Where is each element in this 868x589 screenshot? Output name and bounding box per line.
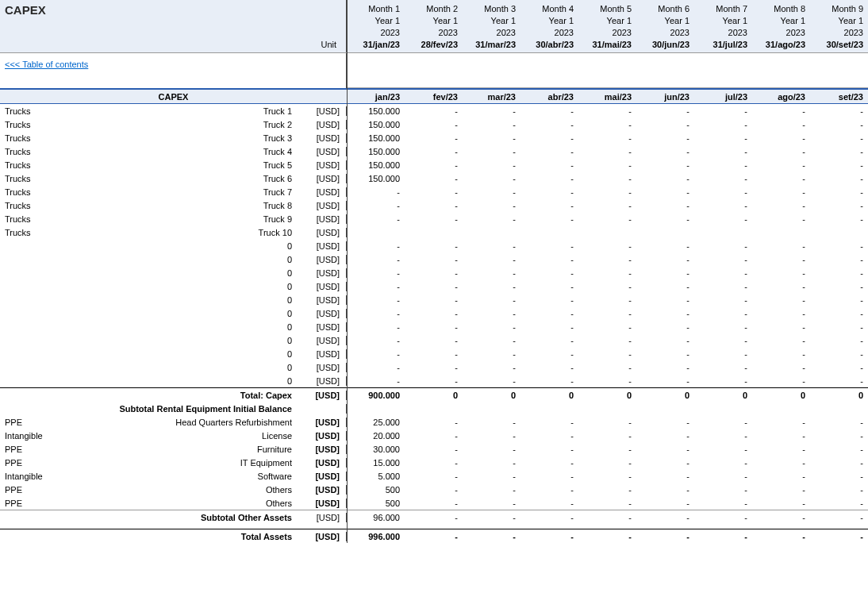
table-row: TrucksTruck 6[USD]150.000-------- xyxy=(0,171,868,185)
month-header: jan/23 xyxy=(347,92,405,102)
table-row: PPEHead Quarters Refurbishment[USD]25.00… xyxy=(0,415,868,429)
table-row: 0[USD]--------- xyxy=(0,333,868,347)
table-row: PPEFurniture[USD]30.000-------- xyxy=(0,442,868,456)
header-col: Month 7Year 1202331/jul/23 xyxy=(694,0,752,52)
month-header: mar/23 xyxy=(463,92,520,102)
row-total-capex: Total: Capex [USD] 900.00000000000 xyxy=(0,387,868,402)
header-col: Month 1Year 1202331/jan/23 xyxy=(347,0,405,52)
table-row: TrucksTruck 9[USD]--------- xyxy=(0,212,868,225)
table-row: PPEOthers[USD]500-------- xyxy=(0,496,868,510)
header-col: Month 5Year 1202331/mai/23 xyxy=(578,0,636,52)
month-header: fev/23 xyxy=(405,92,463,102)
table-row: TrucksTruck 10[USD] xyxy=(0,225,868,239)
row-subtotal-other: Subtotal Other Assets [USD] 96.000------… xyxy=(0,510,868,524)
table-row: TrucksTruck 3[USD]150.000-------- xyxy=(0,131,868,144)
table-row: IntangibleLicense[USD]20.000-------- xyxy=(0,429,868,442)
table-row: TrucksTruck 2[USD]150.000-------- xyxy=(0,117,868,131)
header-col: Month 8Year 1202331/ago/23 xyxy=(752,0,810,52)
header-col: Month 6Year 1202330/jun/23 xyxy=(636,0,694,52)
table-row: 0[USD]--------- xyxy=(0,239,868,252)
table-row: TrucksTruck 1[USD]150.000-------- xyxy=(0,104,868,117)
vertical-divider xyxy=(347,0,348,543)
row-total-assets: Total Assets [USD] 996.000-------- xyxy=(0,529,868,543)
header-col: Month 2Year 1202328/fev/23 xyxy=(405,0,463,52)
header-col: Month 9Year 1202330/set/23 xyxy=(810,0,868,52)
table-row: 0[USD]--------- xyxy=(0,279,868,293)
section-header-capex: CAPEX jan/23fev/23mar/23abr/23mai/23jun/… xyxy=(0,88,868,104)
month-header: jun/23 xyxy=(636,92,694,102)
toc-link[interactable]: <<< Table of contents xyxy=(5,60,88,69)
table-row: 0[USD]--------- xyxy=(0,293,868,306)
table-row: TrucksTruck 8[USD]--------- xyxy=(0,198,868,212)
table-row: TrucksTruck 4[USD]150.000-------- xyxy=(0,144,868,158)
month-header: ago/23 xyxy=(752,92,810,102)
table-row: PPEOthers[USD]500-------- xyxy=(0,483,868,496)
table-row: PPEIT Equipment[USD]15.000-------- xyxy=(0,456,868,469)
page-title: CAPEX xyxy=(5,3,341,17)
header-block: CAPEX Unit Month 1Year 1202331/jan/23Mon… xyxy=(0,0,868,53)
row-subtotal-rental: Subtotal Rental Equipment Initial Balanc… xyxy=(0,402,868,415)
table-row: 0[USD]--------- xyxy=(0,320,868,333)
table-row: 0[USD]--------- xyxy=(0,374,868,387)
table-row: 0[USD]--------- xyxy=(0,252,868,266)
table-row: TrucksTruck 7[USD]--------- xyxy=(0,185,868,198)
month-header: set/23 xyxy=(810,92,868,102)
header-col: Month 4Year 1202330/abr/23 xyxy=(520,0,578,52)
table-row: 0[USD]--------- xyxy=(0,360,868,374)
table-row: IntangibleSoftware[USD]5.000-------- xyxy=(0,469,868,483)
table-row: TrucksTruck 5[USD]150.000-------- xyxy=(0,158,868,171)
unit-label: Unit xyxy=(5,40,341,51)
table-row: 0[USD]--------- xyxy=(0,347,868,360)
header-col: Month 3Year 1202331/mar/23 xyxy=(463,0,520,52)
month-header: mai/23 xyxy=(578,92,636,102)
month-header: jul/23 xyxy=(694,92,752,102)
table-row: 0[USD]--------- xyxy=(0,266,868,279)
section-label: CAPEX xyxy=(0,92,347,102)
month-header: abr/23 xyxy=(520,92,578,102)
table-row: 0[USD]--------- xyxy=(0,306,868,320)
